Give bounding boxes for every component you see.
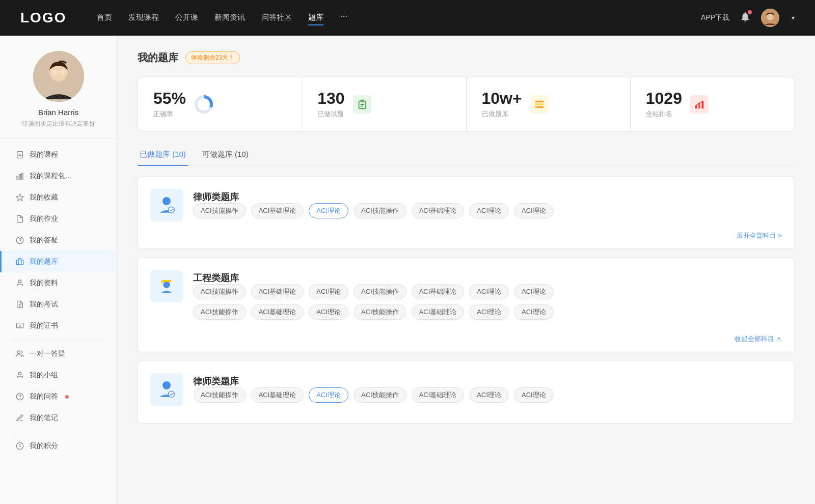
avatar-image <box>761 9 779 27</box>
stat-banks-label: 已做题库 <box>482 109 522 119</box>
sidebar-item-my-collection[interactable]: 我的收藏 <box>0 187 117 208</box>
sidebar-label-my-bank: 我的题库 <box>30 257 58 266</box>
main-layout: Brian Harris 错误的决定比没有决定要好 我的课程 我的课程包... <box>0 36 815 504</box>
homework-icon <box>15 214 24 223</box>
tag-lawyer1-4[interactable]: ACI基础理论 <box>412 203 465 218</box>
nav-item-discover[interactable]: 发现课程 <box>128 11 159 25</box>
svg-rect-11 <box>21 174 23 179</box>
avatar-chevron-icon[interactable]: ▾ <box>792 14 795 21</box>
page-header: 我的题库 体验剩余23天！ <box>138 51 795 65</box>
svg-point-4 <box>52 70 57 75</box>
tab-available-banks[interactable]: 可做题库 (10) <box>200 146 251 165</box>
stats-bar: 55% 正确率 130 已做试题 <box>138 77 795 131</box>
question-circle-icon <box>15 236 24 245</box>
tag-eng-r1-4[interactable]: ACI基础理论 <box>412 284 465 299</box>
tag-lawyer2-1[interactable]: ACI基础理论 <box>251 387 304 403</box>
nav-item-qa[interactable]: 问答社区 <box>261 11 292 25</box>
sidebar-label-my-course: 我的课程 <box>30 150 58 159</box>
star-icon <box>15 193 24 202</box>
tag-eng-r1-6[interactable]: ACI理论 <box>514 284 554 299</box>
stat-accuracy-label: 正确率 <box>153 109 186 119</box>
tag-eng-r1-5[interactable]: ACI理论 <box>469 284 509 299</box>
notification-bell[interactable] <box>740 11 751 24</box>
stat-questions-value: 130 <box>317 90 344 107</box>
tag-eng-r2-6[interactable]: ACI理论 <box>514 304 554 320</box>
svg-point-38 <box>163 282 170 288</box>
sidebar-label-my-answers: 我的问答 <box>30 392 58 401</box>
tag-eng-r2-0[interactable]: ACI技能操作 <box>193 304 246 320</box>
stat-rank: 1029 全站排名 <box>631 77 794 131</box>
sidebar-item-my-profile[interactable]: 我的资料 <box>0 272 117 294</box>
tag-lawyer1-5[interactable]: ACI理论 <box>469 203 509 218</box>
sidebar-item-my-package[interactable]: 我的课程包... <box>0 165 117 187</box>
tag-lawyer2-2[interactable]: ACI理论 <box>309 387 348 403</box>
sidebar-label-my-exam: 我的考试 <box>30 300 58 309</box>
main-content: 我的题库 体验剩余23天！ 55% 正确率 <box>117 36 815 504</box>
svg-rect-34 <box>702 101 704 108</box>
tag-eng-r1-0[interactable]: ACI技能操作 <box>193 284 246 299</box>
bank-card-lawyer-1-title: 律师类题库 <box>193 189 782 203</box>
nav-item-bank[interactable]: 题库 <box>308 11 323 25</box>
app-download-button[interactable]: APP下载 <box>701 13 729 22</box>
svg-rect-15 <box>16 260 23 265</box>
nav-item-home[interactable]: 首页 <box>97 11 112 25</box>
sidebar-label-my-profile: 我的资料 <box>30 278 58 288</box>
tag-eng-r2-5[interactable]: ACI理论 <box>469 304 509 320</box>
sidebar-item-my-notes[interactable]: 我的笔记 <box>0 407 117 429</box>
questions-doc-icon <box>353 95 371 114</box>
bank-card-engineer: 工程类题库 ACI技能操作 ACI基础理论 ACI理论 ACI技能操作 ACI基… <box>138 257 795 352</box>
bank-card-lawyer-1-tags: ACI技能操作 ACI基础理论 ACI理论 ACI技能操作 ACI基础理论 AC… <box>193 203 782 218</box>
sidebar-item-my-course[interactable]: 我的课程 <box>0 144 117 165</box>
tag-lawyer1-1[interactable]: ACI基础理论 <box>251 203 304 218</box>
tag-lawyer2-3[interactable]: ACI技能操作 <box>354 387 406 403</box>
tag-lawyer1-3[interactable]: ACI技能操作 <box>354 203 406 218</box>
tag-lawyer2-0[interactable]: ACI技能操作 <box>193 387 246 403</box>
bank-card-lawyer-2-tags: ACI技能操作 ACI基础理论 ACI理论 ACI技能操作 ACI基础理论 AC… <box>193 387 782 403</box>
logo[interactable]: LOGO <box>20 10 66 26</box>
nav-item-news[interactable]: 新闻资讯 <box>214 11 245 25</box>
svg-rect-19 <box>16 323 23 328</box>
tag-lawyer1-6[interactable]: ACI理论 <box>514 203 554 218</box>
svg-point-35 <box>162 197 171 205</box>
sidebar-label-my-collection: 我的收藏 <box>30 193 58 202</box>
tab-done-banks[interactable]: 已做题库 (10) <box>138 146 188 165</box>
points-icon <box>15 441 24 451</box>
sidebar-item-one-on-one[interactable]: 一对一答疑 <box>0 343 117 365</box>
sidebar-label-my-questions: 我的答疑 <box>30 236 58 245</box>
sidebar-item-my-points[interactable]: 我的积分 <box>0 435 117 457</box>
lawyer-icon-2 <box>150 373 183 406</box>
sidebar-item-my-homework[interactable]: 我的作业 <box>0 208 117 230</box>
bank-card-lawyer-1-content: 律师类题库 ACI技能操作 ACI基础理论 ACI理论 ACI技能操作 ACI基… <box>193 189 782 218</box>
tag-eng-r2-4[interactable]: ACI基础理论 <box>412 304 465 320</box>
profile-motto: 错误的决定比没有决定要好 <box>22 120 95 128</box>
tag-eng-r2-1[interactable]: ACI基础理论 <box>251 304 304 320</box>
tag-eng-r2-2[interactable]: ACI理论 <box>309 304 348 320</box>
nav-item-open[interactable]: 公开课 <box>175 11 198 25</box>
tag-lawyer1-0[interactable]: ACI技能操作 <box>193 203 246 218</box>
stat-banks-done: 10w+ 已做题库 <box>467 77 631 131</box>
sidebar-item-my-answers[interactable]: 我的问答 <box>0 386 117 407</box>
sidebar-item-my-questions[interactable]: 我的答疑 <box>0 230 117 251</box>
sidebar-item-my-cert[interactable]: 我的证书 <box>0 315 117 337</box>
tag-eng-r1-3[interactable]: ACI技能操作 <box>354 284 406 299</box>
tag-lawyer2-4[interactable]: ACI基础理论 <box>412 387 465 403</box>
tag-lawyer1-2[interactable]: ACI理论 <box>309 203 348 218</box>
sidebar-item-my-group[interactable]: 我的小组 <box>0 365 117 386</box>
sidebar-label-my-package: 我的课程包... <box>30 172 71 181</box>
tag-lawyer2-6[interactable]: ACI理论 <box>514 387 554 403</box>
nav-more[interactable]: ··· <box>340 11 347 25</box>
profile-avatar[interactable] <box>33 51 84 102</box>
stat-accuracy-info: 55% 正确率 <box>153 90 186 119</box>
sidebar-item-my-exam[interactable]: 我的考试 <box>0 294 117 315</box>
svg-rect-29 <box>535 100 544 102</box>
sidebar-item-my-bank[interactable]: 我的题库 <box>0 251 117 272</box>
one-on-one-icon <box>15 349 24 358</box>
collapse-link-engineer[interactable]: 收起全部科目 ∧ <box>735 335 782 343</box>
expand-link-lawyer-1[interactable]: 展开全部科目 > <box>737 232 782 239</box>
tag-lawyer2-5[interactable]: ACI理论 <box>469 387 509 403</box>
tag-eng-r2-3[interactable]: ACI技能操作 <box>354 304 406 320</box>
tag-eng-r1-1[interactable]: ACI基础理论 <box>251 284 304 299</box>
tag-eng-r1-2[interactable]: ACI理论 <box>309 284 348 299</box>
avatar[interactable] <box>761 9 779 27</box>
svg-point-16 <box>18 280 21 283</box>
